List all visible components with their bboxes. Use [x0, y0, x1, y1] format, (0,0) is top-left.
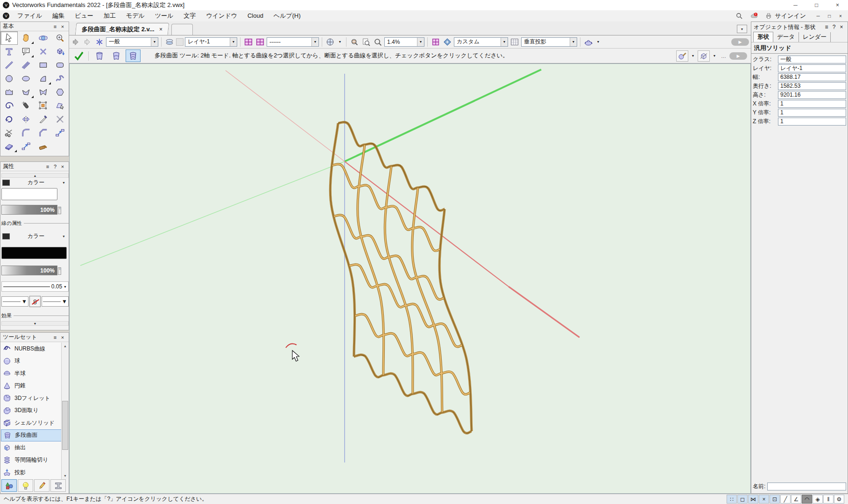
basic-tool-button[interactable]	[52, 58, 69, 72]
basic-tool-button[interactable]	[0, 99, 18, 112]
basic-tool-button[interactable]	[18, 31, 35, 45]
snap-button[interactable]: ⋈	[748, 495, 758, 504]
line-color-dropdown-icon[interactable]: ▼	[62, 235, 68, 238]
toolset-category-button[interactable]	[18, 479, 33, 492]
back-view-icon[interactable]	[71, 37, 81, 47]
line-opacity-slider[interactable]: 100% ⋮	[1, 266, 57, 275]
menu-item[interactable]: ファイル	[12, 10, 47, 21]
object-info-close-button[interactable]: ×	[838, 24, 845, 30]
close-button[interactable]: ×	[827, 0, 848, 10]
menu-item[interactable]: ツール	[150, 10, 179, 21]
line-opacity-handle[interactable]: ⋮	[58, 267, 61, 275]
basic-tool-button[interactable]	[0, 58, 18, 72]
cloud-notification-icon[interactable]	[750, 12, 758, 20]
basic-tool-button[interactable]	[0, 45, 18, 58]
toolset-item[interactable]: 多段曲面	[1, 429, 62, 442]
doc-restore-button[interactable]: □	[824, 14, 835, 19]
basic-tool-button[interactable]	[0, 140, 18, 153]
object-info-field-value[interactable]: 6388.17	[778, 73, 846, 81]
render-mode-icon[interactable]	[583, 37, 594, 47]
attributes-menu-button[interactable]: ≡	[44, 164, 51, 169]
object-info-menu-button[interactable]: ≡	[823, 24, 830, 30]
document-tab[interactable]: 多段曲面_名称未設定 2.v... ×	[75, 23, 170, 35]
snap-button[interactable]: ◠	[802, 495, 812, 504]
render-style-combo[interactable]: カスタム ▼	[454, 37, 508, 47]
doc-close-button[interactable]: ×	[835, 14, 846, 19]
basic-tool-button[interactable]	[35, 72, 52, 85]
toolbar-overflow-button[interactable]: ▶	[731, 38, 749, 46]
tab-shape[interactable]: 形状	[753, 32, 773, 42]
active-class-combo[interactable]: 一般 ▼	[106, 37, 158, 47]
object-info-field-value[interactable]: 1582.53	[778, 82, 846, 90]
basic-tool-button[interactable]	[18, 72, 35, 85]
basic-tool-button[interactable]	[18, 85, 35, 99]
basic-tool-button[interactable]	[18, 45, 35, 58]
tab-render[interactable]: レンダー	[799, 32, 831, 42]
basic-tool-button[interactable]	[18, 112, 35, 126]
current-view-icon[interactable]	[442, 37, 452, 47]
toolset-item[interactable]: 3D面取り	[1, 405, 62, 417]
snap-button[interactable]: ⚙	[834, 495, 844, 504]
toolset-category-button[interactable]	[50, 479, 66, 492]
object-info-field-value[interactable]: 1	[778, 109, 846, 117]
basic-tool-button[interactable]	[35, 58, 52, 72]
drawing-canvas[interactable]	[69, 63, 751, 494]
scroll-up-icon[interactable]: ▲	[62, 343, 69, 350]
texture-fill-button[interactable]	[676, 50, 688, 62]
line-style-swatch[interactable]	[2, 233, 10, 239]
basic-palette-close-button[interactable]: ×	[59, 24, 66, 29]
snap-button[interactable]: ×	[759, 495, 769, 504]
confirm-check-button[interactable]	[73, 50, 85, 62]
attributes-close-button[interactable]: ×	[59, 164, 66, 169]
fit-to-page-icon[interactable]	[361, 37, 371, 47]
menu-item[interactable]: 文字	[178, 10, 201, 21]
object-name-input[interactable]	[767, 483, 846, 490]
menu-item[interactable]: ウインドウ	[201, 10, 242, 21]
snap-button[interactable]: ∠	[791, 495, 801, 504]
basic-tool-button[interactable]	[52, 99, 69, 112]
basic-tool-button[interactable]	[52, 31, 69, 45]
fill-opacity-handle[interactable]: ⋮	[58, 207, 61, 214]
snap-button[interactable]: ⊡	[770, 495, 780, 504]
menu-item[interactable]: ヘルプ(H)	[269, 10, 306, 21]
basic-tool-button[interactable]	[52, 45, 69, 58]
fill-style-swatch[interactable]	[2, 180, 10, 186]
snap-button[interactable]: ∷	[727, 495, 737, 504]
doc-minimize-button[interactable]: ─	[813, 14, 824, 19]
start-marker-combo[interactable]: ▼	[1, 296, 28, 307]
active-layer-combo[interactable]: レイヤ-1 ▼	[185, 37, 237, 47]
toolset-scrollbar[interactable]: ▲ ▼	[61, 343, 68, 479]
document-tab-close-icon[interactable]: ×	[159, 26, 163, 33]
loft-mode-rail-button[interactable]	[109, 49, 124, 62]
menu-item[interactable]: 加工	[99, 10, 121, 21]
zoom-level-combo[interactable]: 1.4% ▼	[384, 37, 424, 47]
view-pane-menu-button[interactable]: ▼	[737, 25, 747, 33]
minimize-button[interactable]: ─	[785, 0, 806, 10]
new-tab-stub[interactable]	[171, 24, 193, 35]
basic-tool-button[interactable]	[35, 85, 52, 99]
toolset-category-button[interactable]	[1, 479, 17, 492]
toolset-item[interactable]: 球	[1, 355, 62, 368]
basic-tool-button[interactable]	[18, 140, 35, 153]
object-info-help-button[interactable]: ?	[830, 24, 838, 30]
sheet-layer-icon[interactable]	[509, 37, 520, 47]
toolset-item[interactable]: NURBS曲線	[1, 343, 62, 355]
menu-item[interactable]: 編集	[47, 10, 70, 21]
basic-tool-button[interactable]	[52, 126, 69, 140]
basic-tool-button[interactable]	[35, 140, 52, 153]
basic-tool-button[interactable]	[18, 126, 35, 140]
fill-color-well[interactable]	[1, 188, 57, 200]
toolset-item[interactable]: 等間隔輪切り	[1, 454, 62, 467]
loft-mode-two-axis-button[interactable]	[126, 49, 141, 62]
basic-tool-button[interactable]	[35, 112, 52, 126]
basic-tool-button[interactable]	[52, 85, 69, 99]
toolset-item[interactable]: シェルソリッド	[1, 417, 62, 429]
zoom-tool-icon[interactable]	[373, 37, 383, 47]
line-weight-dropdown-icon[interactable]: ▼	[64, 285, 67, 288]
effects-collapse[interactable]: ▼	[1, 321, 69, 326]
basic-tool-button[interactable]	[35, 31, 52, 45]
forward-view-icon[interactable]	[83, 37, 93, 47]
sign-in-button[interactable]: サインイン	[765, 12, 806, 20]
line-weight-row[interactable]: 0.05 ▼	[1, 281, 69, 292]
hidden-line-button[interactable]	[698, 50, 710, 62]
